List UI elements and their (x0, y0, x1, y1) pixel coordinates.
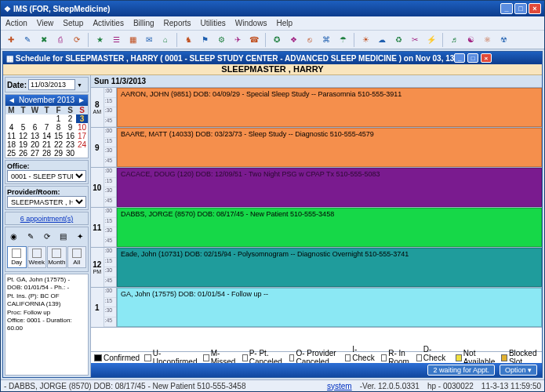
cal-prev-icon[interactable]: ◄ (8, 95, 16, 106)
menu-help[interactable]: Help (276, 19, 292, 27)
toolbar-button-2[interactable]: ✖ (37, 33, 51, 47)
toolbar-button-16[interactable]: ☎ (247, 33, 261, 47)
view-all[interactable]: All (67, 246, 87, 268)
close-button[interactable]: × (529, 3, 541, 14)
menu-reports[interactable]: Reports (164, 19, 191, 27)
menu-utilities[interactable]: Utilities (201, 19, 226, 27)
cal-day[interactable] (29, 114, 41, 123)
cal-day[interactable]: 20 (29, 140, 41, 149)
cal-day[interactable]: 11 (5, 132, 17, 140)
cal-day[interactable] (76, 149, 88, 158)
cal-day[interactable] (41, 114, 53, 123)
cal-day[interactable]: 7 (41, 123, 53, 132)
cal-next-icon[interactable]: ► (78, 95, 85, 106)
toolbar-button-20[interactable]: ⎋ (303, 33, 317, 47)
toolbar-button-21[interactable]: ⌘ (319, 33, 333, 47)
cal-day[interactable]: 13 (29, 132, 41, 140)
toolbar-button-12[interactable]: ♞ (181, 33, 195, 47)
provider-select[interactable]: SLEEPMASTER , HARRY (7, 196, 86, 208)
menu-setup[interactable]: Setup (63, 19, 83, 27)
cal-day[interactable]: 3 (76, 114, 88, 123)
cal-day[interactable]: 14 (41, 132, 53, 140)
date-input[interactable] (28, 79, 75, 90)
cal-day[interactable] (5, 114, 17, 123)
option-button[interactable]: Option ▾ (500, 365, 537, 376)
toolbar-button-22[interactable]: ☂ (336, 33, 350, 47)
appointment-queue-link[interactable]: 6 appointment(s) (20, 215, 74, 223)
waiting-queue-button[interactable]: 2 waiting for Appt. (427, 365, 495, 376)
cal-day[interactable] (17, 114, 29, 123)
cal-day[interactable]: 23 (64, 140, 76, 149)
cal-day[interactable]: 25 (5, 149, 17, 158)
left-tool-1[interactable]: ◉ (7, 229, 21, 243)
toolbar-button-10[interactable]: ⌂ (158, 33, 173, 47)
cal-day[interactable]: 19 (17, 140, 29, 149)
maximize-button[interactable]: □ (514, 3, 527, 14)
cal-day[interactable]: 15 (53, 132, 64, 140)
appointment-block[interactable]: BAARE, MATT (14033) DOB: 03/23/73 - Slee… (117, 128, 542, 167)
minimize-button[interactable]: _ (500, 3, 513, 14)
cal-day[interactable]: 26 (17, 149, 29, 158)
cal-day[interactable]: 5 (17, 123, 29, 132)
cal-day[interactable]: 30 (64, 149, 76, 158)
menu-billing[interactable]: Billing (133, 19, 154, 27)
mini-calendar[interactable]: ◄ November 2013 ► MTWTFSS123456789101112… (5, 94, 89, 158)
toolbar-button-30[interactable]: ♬ (447, 33, 461, 47)
date-dropdown-icon[interactable]: ▼ (77, 82, 82, 88)
toolbar-button-18[interactable]: ✪ (270, 33, 284, 47)
toolbar-button-3[interactable]: ⎙ (53, 33, 67, 47)
left-tool-2[interactable]: ✎ (24, 229, 38, 243)
toolbar-button-14[interactable]: ⚙ (214, 33, 228, 47)
toolbar-button-13[interactable]: ⚑ (198, 33, 212, 47)
sub-maximize-button[interactable]: □ (467, 53, 478, 63)
menu-action[interactable]: Action (5, 19, 27, 27)
toolbar-button-24[interactable]: ☀ (358, 33, 372, 47)
toolbar-button-7[interactable]: ☰ (109, 33, 123, 47)
appointment-block[interactable]: AARON, JOHN (9851) DOB: 04/09/29 - Speci… (117, 88, 542, 127)
cal-day[interactable]: 17 (76, 132, 88, 140)
toolbar-button-4[interactable]: ⟳ (70, 33, 84, 47)
cal-day[interactable]: 21 (41, 140, 53, 149)
toolbar-button-1[interactable]: ✎ (20, 33, 35, 47)
toolbar-button-26[interactable]: ♻ (391, 33, 405, 47)
view-week[interactable]: Week (27, 246, 47, 268)
menu-view[interactable]: View (37, 19, 54, 27)
cal-day[interactable]: 18 (5, 140, 17, 149)
cal-day[interactable]: 2 (64, 114, 76, 123)
cal-day[interactable]: 16 (64, 132, 76, 140)
toolbar-button-33[interactable]: ☢ (496, 33, 510, 47)
sub-minimize-button[interactable]: _ (454, 53, 465, 63)
cal-day[interactable]: 10 (76, 123, 88, 132)
left-tool-4[interactable]: ▤ (56, 229, 71, 243)
cal-day[interactable]: 28 (41, 149, 53, 158)
cal-day[interactable]: 1 (53, 114, 64, 123)
menu-windows[interactable]: Windows (235, 19, 267, 27)
toolbar-button-28[interactable]: ⚡ (424, 33, 438, 47)
sub-close-button[interactable]: × (481, 53, 492, 63)
toolbar-button-19[interactable]: ❖ (286, 33, 300, 47)
cal-day[interactable]: 8 (53, 123, 64, 132)
menu-activities[interactable]: Activities (93, 19, 123, 27)
appointment-block[interactable]: GA, John (17575) DOB: 01/01/54 - Follow … (117, 288, 542, 327)
view-day[interactable]: Day (7, 246, 27, 268)
toolbar-button-15[interactable]: ✈ (231, 33, 245, 47)
schedule-grid[interactable]: 8AM:00:15:30:45AARON, JOHN (9851) DOB: 0… (91, 88, 542, 351)
appointment-block[interactable]: DABBS, JORGE (8570) DOB: 08/17/45 - New … (117, 208, 542, 247)
left-tool-3[interactable]: ⟳ (40, 229, 54, 243)
toolbar-button-6[interactable]: ★ (93, 33, 107, 47)
view-month[interactable]: Month (47, 246, 67, 268)
cal-day[interactable]: 29 (53, 149, 64, 158)
toolbar-button-25[interactable]: ☁ (375, 33, 389, 47)
toolbar-button-31[interactable]: ☯ (463, 33, 478, 47)
toolbar-button-27[interactable]: ✂ (408, 33, 422, 47)
cal-day[interactable]: 4 (5, 123, 17, 132)
cal-day[interactable]: 9 (64, 123, 76, 132)
toolbar-button-0[interactable]: ✚ (4, 33, 18, 47)
cal-day[interactable]: 24 (76, 140, 88, 149)
cal-day[interactable]: 27 (29, 149, 41, 158)
left-tool-5[interactable]: ✦ (73, 229, 87, 243)
cal-day[interactable]: 22 (53, 140, 64, 149)
toolbar-button-32[interactable]: ⚛ (480, 33, 494, 47)
office-select[interactable]: 0001 - SLEEP STUDY CENTER (7, 170, 86, 182)
appointment-queue[interactable]: 6 appointment(s) (5, 212, 89, 225)
